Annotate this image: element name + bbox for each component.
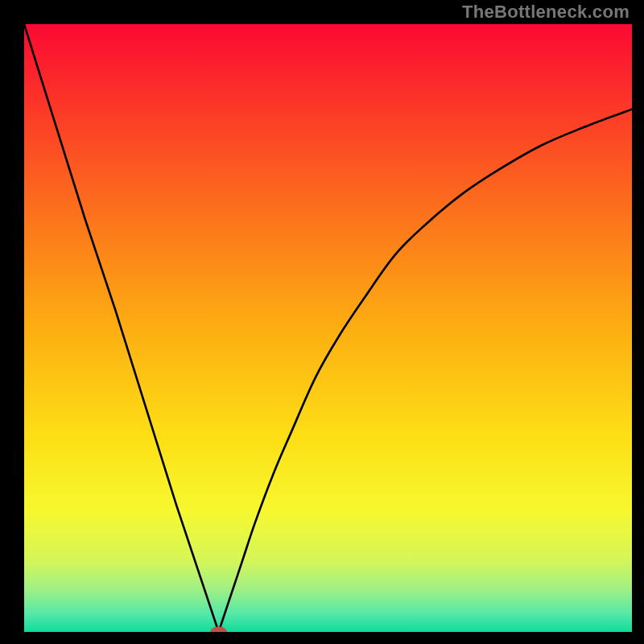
bottleneck-curve-chart <box>24 24 632 632</box>
plot-area <box>24 24 632 632</box>
watermark-text: TheBottleneck.com <box>462 2 630 23</box>
gradient-background <box>24 24 632 632</box>
chart-frame: TheBottleneck.com <box>0 0 644 644</box>
